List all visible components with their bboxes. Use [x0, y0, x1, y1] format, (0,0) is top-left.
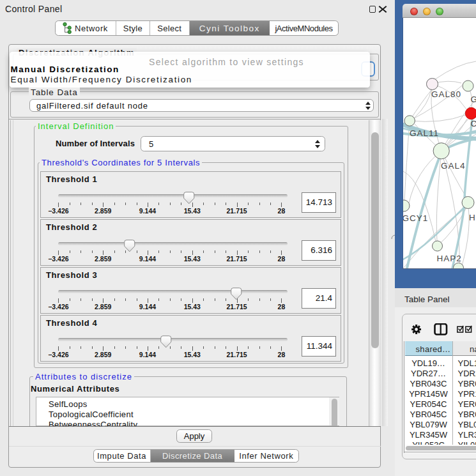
svg-text:GAL11: GAL11: [410, 128, 439, 138]
svg-text:C: C: [471, 119, 476, 128]
svg-text:GAL80: GAL80: [431, 89, 461, 99]
svg-text:G.: G.: [471, 95, 476, 104]
svg-text:GAL4: GAL4: [441, 161, 466, 171]
svg-text:HAP2: HAP2: [437, 254, 462, 263]
svg-text:H: H: [469, 213, 476, 222]
svg-text:GCY1: GCY1: [403, 213, 428, 223]
